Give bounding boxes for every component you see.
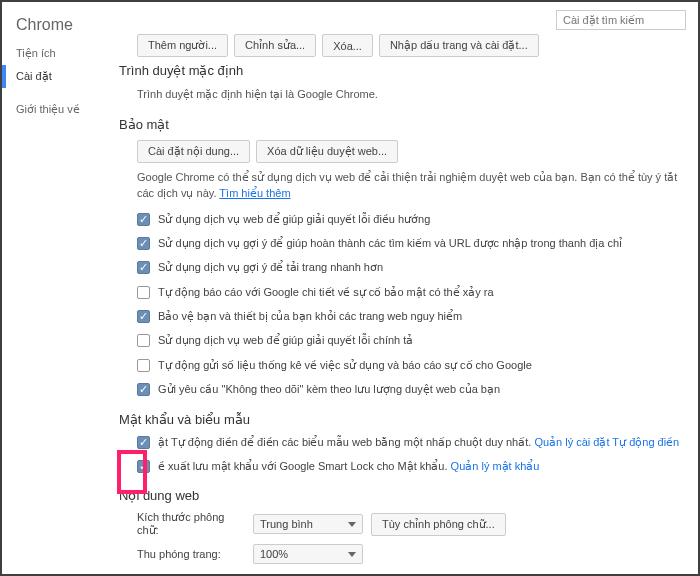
privacy-checkbox-7[interactable] — [137, 383, 150, 396]
autofill-label: ật Tự động điền để điền các biểu mẫu web… — [158, 435, 679, 450]
main-content: Thêm người... Chỉnh sửa... Xóa... Nhập d… — [107, 2, 698, 574]
privacy-option-label: Bảo vệ bạn và thiết bị của bạn khỏi các … — [158, 309, 462, 324]
sidebar: Chrome Tiện ích Cài đặt Giới thiệu về — [2, 2, 107, 574]
autofill-checkbox[interactable] — [137, 436, 150, 449]
font-size-select[interactable]: Trung bình — [253, 514, 363, 534]
import-button[interactable]: Nhập dấu trang và cài đặt... — [379, 34, 539, 57]
privacy-option-row: Sử dụng dịch vụ web để giúp giải quyết l… — [119, 333, 686, 348]
chevron-down-icon — [348, 552, 356, 557]
web-content-heading: Nội dung web — [119, 488, 686, 503]
privacy-checkbox-6[interactable] — [137, 359, 150, 372]
customize-font-button[interactable]: Tùy chỉnh phông chữ... — [371, 513, 506, 536]
privacy-option-label: Sử dụng dịch vụ web để giúp giải quyết l… — [158, 212, 430, 227]
learn-more-link[interactable]: Tìm hiểu thêm — [219, 187, 290, 199]
manage-passwords-link[interactable]: Quản lý mật khẩu — [451, 460, 540, 472]
search-input[interactable] — [556, 10, 686, 30]
privacy-option-label: Gửi yêu cầu "Không theo dõi" kèm theo lư… — [158, 382, 500, 397]
privacy-checkbox-0[interactable] — [137, 213, 150, 226]
privacy-option-row: Tự động gửi số liệu thống kê về việc sử … — [119, 358, 686, 373]
chevron-down-icon — [348, 522, 356, 527]
privacy-option-label: Sử dụng dịch vụ web để giúp giải quyết l… — [158, 333, 413, 348]
privacy-checkbox-5[interactable] — [137, 334, 150, 347]
privacy-option-row: Gửi yêu cầu "Không theo dõi" kèm theo lư… — [119, 382, 686, 397]
sidebar-item-settings[interactable]: Cài đặt — [2, 65, 107, 88]
app-title: Chrome — [2, 12, 107, 42]
passwords-heading: Mật khẩu và biểu mẫu — [119, 412, 686, 427]
edit-button[interactable]: Chỉnh sửa... — [234, 34, 316, 57]
privacy-option-row: Tự động báo cáo với Google chi tiết về s… — [119, 285, 686, 300]
font-size-value: Trung bình — [260, 518, 313, 530]
privacy-checkbox-1[interactable] — [137, 237, 150, 250]
sidebar-item-extensions[interactable]: Tiện ích — [2, 42, 107, 65]
privacy-option-label: Sử dụng dịch vụ gợi ý để giúp hoàn thành… — [158, 236, 622, 251]
clear-browsing-button[interactable]: Xóa dữ liệu duyệt web... — [256, 140, 398, 163]
save-password-checkbox[interactable] — [137, 460, 150, 473]
web-content-section: Nội dung web Kích thước phông chữ: Trung… — [119, 488, 686, 564]
add-person-button[interactable]: Thêm người... — [137, 34, 228, 57]
privacy-option-row: Sử dụng dịch vụ gợi ý để tải trang nhanh… — [119, 260, 686, 275]
privacy-option-label: Sử dụng dịch vụ gợi ý để tải trang nhanh… — [158, 260, 383, 275]
zoom-select[interactable]: 100% — [253, 544, 363, 564]
default-browser-section: Trình duyệt mặc định Trình duyệt mặc địn… — [119, 63, 686, 103]
privacy-option-row: Sử dụng dịch vụ gợi ý để giúp hoàn thành… — [119, 236, 686, 251]
privacy-option-label: Tự động gửi số liệu thống kê về việc sử … — [158, 358, 532, 373]
manage-autofill-link[interactable]: Quản lý cài đặt Tự động điền — [534, 436, 679, 448]
sidebar-item-about[interactable]: Giới thiệu về — [2, 98, 107, 121]
save-password-row: ề xuất lưu mật khẩu với Google Smart Loc… — [119, 459, 686, 474]
content-settings-button[interactable]: Cài đặt nội dung... — [137, 140, 250, 163]
delete-button[interactable]: Xóa... — [322, 34, 373, 57]
privacy-desc: Google Chrome có thể sử dụng dịch vụ web… — [119, 169, 686, 202]
privacy-checkbox-3[interactable] — [137, 286, 150, 299]
privacy-option-label: Tự động báo cáo với Google chi tiết về s… — [158, 285, 494, 300]
font-size-label: Kích thước phông chữ: — [137, 511, 245, 537]
privacy-checkbox-4[interactable] — [137, 310, 150, 323]
people-button-row: Thêm người... Chỉnh sửa... Xóa... Nhập d… — [119, 34, 686, 57]
privacy-option-row: Bảo vệ bạn và thiết bị của bạn khỏi các … — [119, 309, 686, 324]
privacy-heading: Bảo mật — [119, 117, 686, 132]
privacy-option-row: Sử dụng dịch vụ web để giúp giải quyết l… — [119, 212, 686, 227]
zoom-value: 100% — [260, 548, 288, 560]
save-password-label: ề xuất lưu mật khẩu với Google Smart Loc… — [158, 459, 539, 474]
zoom-label: Thu phóng trang: — [137, 548, 245, 560]
autofill-row: ật Tự động điền để điền các biểu mẫu web… — [119, 435, 686, 450]
privacy-section: Bảo mật Cài đặt nội dung... Xóa dữ liệu … — [119, 117, 686, 398]
default-browser-heading: Trình duyệt mặc định — [119, 63, 686, 78]
passwords-section: Mật khẩu và biểu mẫu ật Tự động điền để … — [119, 412, 686, 475]
default-browser-text: Trình duyệt mặc định hiện tại là Google … — [119, 86, 686, 103]
privacy-checkbox-2[interactable] — [137, 261, 150, 274]
